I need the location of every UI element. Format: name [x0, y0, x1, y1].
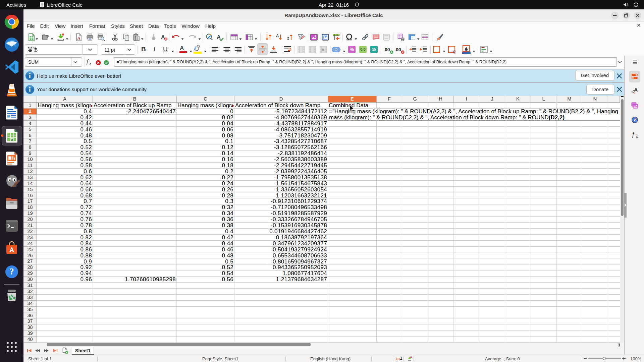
- svg-text:A: A: [217, 34, 221, 40]
- svg-text:z: z: [287, 36, 289, 41]
- svg-text:A: A: [161, 34, 165, 41]
- svg-text:A: A: [77, 36, 80, 41]
- svg-text:A: A: [276, 34, 279, 38]
- svg-text:?: ?: [9, 266, 14, 277]
